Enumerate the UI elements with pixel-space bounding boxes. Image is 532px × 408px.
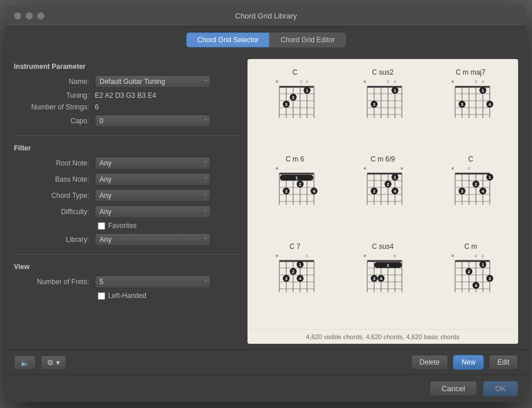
svg-text:3: 3 — [373, 102, 376, 107]
chord-csus2-name: C sus2 — [372, 68, 393, 76]
svg-text:1: 1 — [295, 175, 298, 181]
library-select[interactable]: Any — [95, 233, 210, 246]
chord-csus4-diagram: × ○ 1 — [359, 253, 407, 295]
chord-csus4-name: C sus4 — [372, 242, 393, 251]
action-bar: 🔈 ⚙ ▾ Delete New Edit — [6, 350, 526, 374]
chord-c[interactable]: C × ○ ○ — [252, 65, 338, 149]
svg-text:2: 2 — [475, 182, 478, 187]
svg-text:4: 4 — [475, 282, 478, 288]
strings-value: 6 — [95, 103, 99, 111]
chord-csus2-diagram: × ○ ○ — [359, 79, 407, 120]
delete-button[interactable]: Delete — [411, 355, 449, 370]
capo-select[interactable]: 0 — [95, 115, 210, 127]
svg-text:1: 1 — [387, 262, 390, 267]
svg-text:○: ○ — [467, 166, 470, 171]
cancel-button[interactable]: Cancel — [430, 381, 477, 396]
chord-c7-name: C 7 — [290, 242, 301, 251]
svg-text:4: 4 — [394, 189, 397, 194]
edit-button[interactable]: Edit — [489, 355, 518, 370]
maximize-button[interactable] — [37, 12, 45, 20]
type-row: Chord Type: Any — [14, 189, 239, 202]
name-select[interactable]: Default Guitar Tuning — [95, 75, 210, 88]
difficulty-select[interactable]: Any — [95, 205, 210, 218]
tab-chord-grid-editor[interactable]: Chord Grid Editor — [269, 32, 345, 47]
chord-c7-diagram: × ○ 1 — [271, 253, 319, 295]
svg-text:1: 1 — [394, 175, 397, 180]
difficulty-label: Difficulty: — [14, 208, 95, 216]
main-window: Chord Grid Library Chord Grid Selector C… — [6, 6, 526, 402]
svg-text:×: × — [363, 166, 366, 171]
name-row: Name: Default Guitar Tuning — [14, 75, 239, 88]
svg-text:2: 2 — [292, 269, 295, 274]
library-label: Library: — [14, 236, 95, 244]
frets-row: Number of Frets: 5 — [14, 275, 239, 288]
chord-c2-name: C — [468, 155, 474, 163]
chord-cm69-diagram: × × 1 — [359, 166, 407, 207]
root-select-wrap: Any — [95, 157, 210, 170]
svg-text:×: × — [363, 79, 366, 84]
capo-row: Capo: 0 — [14, 115, 239, 127]
favorites-checkbox[interactable] — [98, 222, 105, 230]
root-select[interactable]: Any — [95, 157, 210, 170]
difficulty-row: Difficulty: Any — [14, 205, 239, 218]
capo-label: Capo: — [14, 117, 95, 125]
svg-text:2: 2 — [468, 269, 471, 274]
lefthanded-checkbox[interactable] — [98, 292, 105, 300]
speaker-button[interactable]: 🔈 — [14, 355, 36, 370]
svg-text:3: 3 — [373, 189, 376, 194]
chord-cmmaj7[interactable]: C m maj7 × ○ ○ — [428, 65, 513, 149]
svg-text:×: × — [400, 166, 403, 171]
chord-csus4[interactable]: C sus4 × ○ — [340, 239, 426, 324]
frets-label: Number of Frets: — [14, 278, 95, 286]
minimize-button[interactable] — [25, 12, 33, 20]
svg-text:1: 1 — [394, 88, 397, 93]
favorites-row: Favorites — [98, 222, 239, 230]
chord-cmmaj7-name: C m maj7 — [456, 68, 485, 76]
name-select-wrap: Default Guitar Tuning — [95, 75, 210, 88]
new-button[interactable]: New — [453, 355, 484, 370]
svg-text:4: 4 — [482, 189, 485, 194]
svg-text:×: × — [275, 79, 278, 84]
tuning-value: E2 A2 D3 G3 B3 E4 — [95, 91, 156, 100]
svg-text:○: ○ — [393, 253, 396, 259]
tab-bar: Chord Grid Selector Chord Grid Editor — [6, 27, 526, 53]
favorites-label: Favorites — [108, 222, 136, 230]
svg-text:3: 3 — [489, 275, 492, 281]
svg-text:1: 1 — [299, 262, 302, 267]
close-button[interactable] — [14, 12, 21, 20]
svg-text:×: × — [275, 166, 278, 171]
chord-cm[interactable]: C m × ○ ○ — [428, 239, 513, 324]
filter-section-title: Filter — [14, 144, 239, 152]
svg-text:×: × — [451, 79, 454, 84]
frets-select[interactable]: 5 — [95, 275, 210, 288]
svg-text:3: 3 — [285, 189, 288, 194]
svg-text:3: 3 — [461, 102, 464, 107]
chord-c-name: C — [293, 68, 298, 76]
svg-text:○: ○ — [393, 79, 396, 84]
svg-text:○: ○ — [300, 79, 302, 84]
type-select[interactable]: Any — [95, 189, 210, 202]
chord-cm-diagram: × ○ ○ 1 — [447, 253, 494, 295]
chord-cm6-name: C m 6 — [286, 155, 304, 163]
chord-cm69[interactable]: C m 6/9 × × — [340, 152, 426, 236]
tuning-label: Tuning: — [14, 91, 95, 100]
instrument-section-title: Instrument Parameter — [14, 63, 239, 71]
svg-text:1: 1 — [482, 88, 485, 93]
svg-text:1: 1 — [482, 262, 485, 267]
chord-c2[interactable]: C × ○ — [428, 152, 513, 236]
svg-text:○: ○ — [305, 253, 308, 259]
capo-select-wrap: 0 — [95, 115, 210, 127]
chord-cm6[interactable]: C m 6 × — [252, 152, 338, 236]
divider-2 — [14, 254, 239, 255]
ok-button[interactable]: OK — [483, 381, 518, 396]
right-panel: C × ○ ○ — [247, 59, 518, 344]
tab-chord-grid-selector[interactable]: Chord Grid Selector — [186, 32, 269, 47]
svg-text:○: ○ — [305, 79, 308, 84]
bass-select[interactable]: Any — [95, 173, 210, 186]
svg-text:1: 1 — [306, 88, 309, 93]
settings-button[interactable]: ⚙ ▾ — [40, 355, 66, 370]
chord-c7[interactable]: C 7 × ○ — [252, 239, 338, 324]
svg-text:3: 3 — [373, 275, 376, 281]
svg-text:3: 3 — [461, 189, 464, 194]
chord-csus2[interactable]: C sus2 × ○ ○ — [340, 65, 426, 149]
